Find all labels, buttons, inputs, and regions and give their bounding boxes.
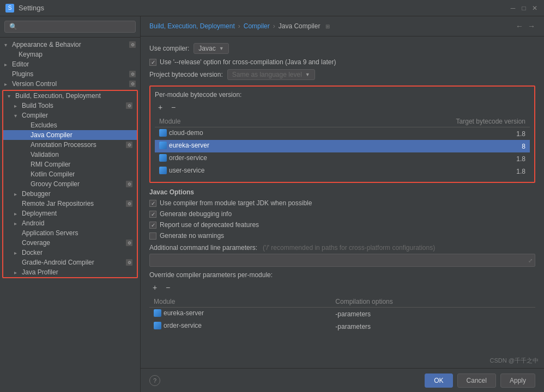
compiler-select[interactable]: Javac ▼ [194,43,228,54]
sidebar-item-app-servers[interactable]: Application Servers [3,228,137,238]
table-row[interactable]: cloud-demo 1.8 [155,127,530,140]
module-table: Module Target bytecode version cloud-dem… [155,116,530,177]
override-options-header: Compilation options [331,296,535,308]
table-row[interactable]: eureka-server -parameters [149,308,535,321]
sidebar-item-plugins[interactable]: Plugins ⚙ [0,69,140,79]
sidebar-label-coverage: Coverage [22,239,50,247]
no-warnings-checkbox[interactable] [149,232,156,240]
breadcrumb-compiler[interactable]: Compiler [244,22,270,30]
remove-module-button[interactable]: − [168,102,179,113]
help-button[interactable]: ? [149,375,160,386]
sidebar-item-deployment[interactable]: Deployment [3,209,137,218]
breadcrumb-back-button[interactable]: ← [516,22,523,30]
main-content: Appearance & Behavior ⚙ Keymap Editor Pl… [0,16,544,392]
sidebar-label-java-compiler: Java Compiler [31,131,72,139]
per-module-section: Per-module bytecode version: + − Module … [149,85,535,183]
sidebar-item-gradle-android[interactable]: Gradle-Android Compiler ⚙ [3,258,137,267]
deprecated-checkbox[interactable] [149,222,156,229]
sidebar-item-java-profiler[interactable]: Java Profiler [3,267,137,277]
expand-icon: ⤢ [528,258,533,264]
sidebar-label-plugins: Plugins [12,70,33,78]
sidebar-item-excludes[interactable]: Excludes [3,120,137,130]
cancel-button[interactable]: Cancel [457,373,496,388]
apply-button[interactable]: Apply [500,373,535,388]
table-row[interactable]: user-service 1.8 [155,165,530,177]
search-input[interactable] [4,21,136,33]
override-title: Override compiler parameters per-module: [149,271,535,279]
table-row[interactable]: eureka-server 8 [155,140,530,152]
gear-build-tools: ⚙ [126,102,132,109]
use-release-checkbox[interactable] [149,59,156,66]
sidebar-label-validation: Validation [31,151,59,158]
module-cell: eureka-server [155,140,316,152]
debug-info-checkbox[interactable] [149,211,156,218]
sidebar-item-appearance[interactable]: Appearance & Behavior ⚙ [0,40,140,50]
javac-options-section: Javac Options Use compiler from module t… [149,188,535,240]
compiler-dropdown-arrow: ▼ [219,46,224,51]
close-button[interactable]: ✕ [531,4,539,12]
sidebar-item-coverage[interactable]: Coverage ⚙ [3,238,137,248]
use-module-target-checkbox[interactable] [149,200,156,207]
module-folder-icon [159,154,167,162]
sidebar-item-validation[interactable]: Validation [3,150,137,160]
sidebar-label-build-tools: Build Tools [22,102,53,109]
add-override-button[interactable]: + [149,282,160,293]
arrow-java-profiler [14,270,21,275]
gear-appearance: ⚙ [129,41,136,48]
project-bytecode-label: Project bytecode version: [149,71,223,78]
sidebar-item-groovy-compiler[interactable]: Groovy Compiler ⚙ [3,179,137,189]
sidebar-item-android[interactable]: Android [3,218,137,228]
sidebar-label-kotlin: Kotlin Compiler [31,170,75,178]
module-cell: cloud-demo [155,127,316,140]
maximize-button[interactable]: □ [520,4,528,12]
remove-override-button[interactable]: − [162,282,173,293]
version-cell: 8 [316,140,530,152]
sidebar-item-version-control[interactable]: Version Control ⚙ [0,79,140,89]
module-cell: user-service [155,165,316,177]
sidebar-item-rmi-compiler[interactable]: RMI Compiler [3,160,137,169]
bytecode-select[interactable]: Same as language level ▼ [227,69,315,80]
sidebar-item-compiler[interactable]: Compiler [3,111,137,120]
additional-cmd-input[interactable]: ⤢ [149,254,535,267]
module-icon-user: user-service [159,167,204,174]
breadcrumb-nav: ← → [516,22,535,30]
no-warnings-row: Generate no warnings [149,232,535,240]
sidebar-item-annotation-processors[interactable]: Annotation Processors ⚙ [3,140,137,150]
minimize-button[interactable]: ─ [509,4,517,12]
project-bytecode-row: Project bytecode version: Same as langua… [149,69,535,80]
module-icon-order: order-service [159,154,207,162]
debug-info-row: Generate debugging info [149,210,535,218]
module-icon-eureka: eureka-server [159,142,209,149]
use-compiler-label: Use compiler: [149,45,189,52]
add-module-button[interactable]: + [155,102,166,113]
arrow-build-tools [14,103,21,109]
cmd-label-row: Additional command line parameters: ('/'… [149,244,535,252]
breadcrumb-grid-icon: ⊞ [325,23,330,29]
table-row[interactable]: order-service 1.8 [155,152,530,165]
gear-version-control: ⚙ [129,81,136,87]
breadcrumb-java-compiler: Java Compiler [279,22,321,30]
sidebar-item-java-compiler[interactable]: Java Compiler [3,130,137,140]
settings-window: S Settings ─ □ ✕ Appearance & Behavior ⚙ [0,0,544,392]
sidebar-item-build-exec-deploy[interactable]: Build, Execution, Deployment [3,91,137,101]
ok-button[interactable]: OK [425,373,452,388]
sidebar-label-editor: Editor [12,60,29,68]
sidebar-item-editor[interactable]: Editor [0,59,140,69]
table-row[interactable]: order-service -parameters [149,320,535,333]
sidebar-item-remote-jar[interactable]: Remote Jar Repositories ⚙ [3,199,137,209]
sidebar-item-kotlin-compiler[interactable]: Kotlin Compiler [3,169,137,179]
arrow-docker [14,250,21,256]
deprecated-row: Report use of deprecated features [149,221,535,229]
version-cell: 1.8 [316,165,530,177]
sidebar-label-debugger: Debugger [22,190,51,198]
breadcrumb-build[interactable]: Build, Execution, Deployment [149,22,235,30]
sidebar-item-docker[interactable]: Docker [3,248,137,258]
sidebar-item-debugger[interactable]: Debugger [3,189,137,199]
sidebar-label-java-profiler: Java Profiler [22,268,58,276]
breadcrumb-sep1: › [238,22,240,30]
breadcrumb-forward-button[interactable]: → [528,22,535,30]
additional-cmd-hint: ('/' recommended in paths for cross-plat… [263,244,435,252]
sidebar-item-keymap[interactable]: Keymap [0,50,140,59]
sidebar-label-docker: Docker [22,249,43,256]
sidebar-item-build-tools[interactable]: Build Tools ⚙ [3,101,137,111]
